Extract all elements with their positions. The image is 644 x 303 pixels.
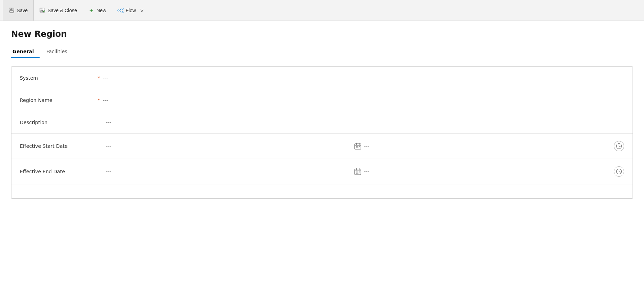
- svg-rect-23: [357, 147, 358, 149]
- save-close-label: Save & Close: [48, 8, 77, 13]
- svg-rect-6: [40, 8, 42, 9]
- effective-end-date-value[interactable]: ---: [106, 169, 352, 174]
- svg-line-14: [119, 10, 121, 12]
- region-name-label: Region Name: [20, 97, 96, 103]
- svg-rect-21: [359, 146, 360, 147]
- description-label: Description: [20, 120, 96, 125]
- tab-facilities[interactable]: Facilities: [45, 46, 73, 58]
- svg-rect-20: [357, 146, 358, 147]
- svg-point-12: [122, 11, 123, 13]
- svg-rect-22: [356, 147, 357, 149]
- system-value[interactable]: ---: [103, 75, 624, 81]
- page-title: New Region: [11, 29, 633, 39]
- effective-end-date-row: --- ---: [96, 165, 624, 178]
- effective-end-date-calendar-button[interactable]: [352, 165, 364, 178]
- form-row-effective-end-date: Effective End Date ---: [11, 159, 633, 184]
- tab-general[interactable]: General: [11, 46, 40, 58]
- svg-rect-33: [359, 172, 360, 173]
- save-button[interactable]: Save: [3, 0, 34, 21]
- flow-button[interactable]: Flow ⋁: [112, 0, 151, 21]
- new-plus-icon: +: [88, 7, 94, 14]
- effective-start-date-value[interactable]: ---: [106, 143, 352, 149]
- new-button[interactable]: + New: [83, 0, 112, 21]
- flow-icon: [117, 7, 124, 14]
- effective-end-date-label: Effective End Date: [20, 169, 96, 174]
- form-section: System * --- Region Name * --- Descripti…: [11, 66, 633, 199]
- svg-rect-19: [356, 146, 357, 147]
- svg-rect-4: [11, 8, 11, 9]
- effective-start-date-calendar-button[interactable]: [352, 140, 364, 152]
- tabs-container: General Facilities: [11, 46, 633, 58]
- toolbar: Save Save & Close + New: [0, 0, 644, 21]
- svg-rect-31: [356, 172, 357, 173]
- form-row-region-name: Region Name * ---: [11, 89, 633, 111]
- new-label: New: [97, 8, 106, 13]
- system-required-star: *: [98, 75, 100, 81]
- form-row-system: System * ---: [11, 67, 633, 89]
- region-name-value[interactable]: ---: [103, 97, 624, 103]
- description-value[interactable]: ---: [106, 120, 624, 125]
- svg-rect-7: [42, 8, 42, 9]
- save-close-icon: [39, 7, 46, 14]
- save-icon: [8, 7, 15, 14]
- effective-end-time-button[interactable]: [614, 166, 624, 177]
- svg-line-38: [619, 172, 620, 172]
- region-name-required-star: *: [98, 97, 100, 103]
- svg-rect-3: [9, 8, 11, 9]
- effective-start-time-value[interactable]: ---: [364, 143, 610, 149]
- svg-rect-2: [10, 10, 13, 12]
- svg-point-10: [118, 10, 119, 11]
- save-label: Save: [17, 8, 28, 13]
- system-label: System: [20, 75, 96, 81]
- flow-chevron-icon: ⋁: [139, 7, 145, 14]
- svg-point-11: [122, 8, 123, 9]
- svg-rect-32: [357, 172, 358, 173]
- form-row-effective-start-date: Effective Start Date ---: [11, 134, 633, 159]
- effective-end-time-value[interactable]: ---: [364, 169, 610, 174]
- flow-label: Flow: [126, 8, 136, 13]
- page-content: New Region General Facilities System * -…: [0, 21, 644, 207]
- form-row-empty: [11, 184, 633, 198]
- svg-line-26: [619, 146, 620, 147]
- svg-line-13: [119, 9, 121, 10]
- save-close-button[interactable]: Save & Close: [34, 0, 83, 21]
- effective-start-time-button[interactable]: [614, 141, 624, 151]
- effective-start-date-row: --- ---: [96, 140, 624, 152]
- svg-rect-35: [357, 173, 358, 174]
- svg-rect-34: [356, 173, 357, 174]
- form-row-description: Description ---: [11, 111, 633, 134]
- effective-start-date-label: Effective Start Date: [20, 143, 96, 149]
